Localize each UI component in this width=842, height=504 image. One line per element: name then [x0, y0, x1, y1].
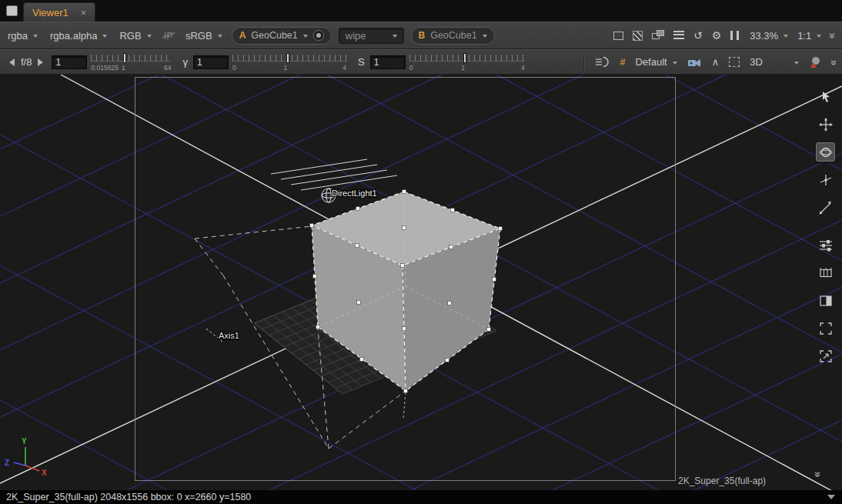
tab-viewer1[interactable]: Viewer1 × [23, 2, 95, 22]
gizmo-x-label: X [42, 469, 47, 477]
viewport-collapse-chevron[interactable]: » [816, 467, 821, 481]
chevron-down-icon [102, 35, 107, 38]
frame-selected-button[interactable] [816, 346, 835, 365]
display-channels-dropdown[interactable]: RGB [119, 30, 151, 42]
saturation-slider[interactable]: 0 1 4 [409, 51, 525, 73]
viewer-colorspace-dropdown[interactable]: sRGB [185, 30, 222, 42]
viewer-toolbar-exposure: f/8 0.015625 1 64 γ 0 1 4 S 0 1 4 [0, 49, 842, 75]
zoom-level-dropdown[interactable]: 33.3% [750, 30, 788, 42]
saturation-slider-handle[interactable] [463, 53, 466, 63]
input-b-value: GeoCube1 [430, 30, 476, 41]
frame-brackets-icon [819, 322, 833, 335]
checkerboard-icon[interactable] [633, 31, 643, 41]
input-b-label: B [419, 30, 426, 41]
chevron-down-icon [784, 35, 788, 38]
gain-slider-ticks [91, 55, 171, 62]
chevron-down-icon [794, 62, 799, 65]
lighting-mode-dropdown[interactable]: Default [635, 56, 677, 68]
status-bar: 2K_Super_35(full-ap) 2048x1556 bbox: 0 x… [0, 490, 842, 504]
gain-slider[interactable]: 0.015625 1 64 [91, 51, 171, 73]
axis-jack-icon [819, 173, 833, 187]
pause-icon[interactable] [730, 31, 739, 40]
input-a-value: GeoCube1 [251, 30, 297, 41]
axis-jack-tool-button[interactable] [816, 170, 835, 189]
light-label: DirectLight1 [332, 189, 377, 198]
viewport-tool-column [816, 87, 835, 365]
tab-bar: Viewer1 × [0, 0, 842, 22]
saturation-slider-ticks [409, 55, 525, 62]
headlamp-icon[interactable] [595, 56, 610, 68]
monitor-output-icon[interactable] [613, 32, 623, 40]
color-sample-icon[interactable] [809, 56, 822, 68]
grid-toggle-icon[interactable]: # [620, 56, 625, 68]
nuke-viewer-window: Viewer1 × rgba rgba.alpha RGB IP sRGB A … [0, 0, 842, 504]
channel-layer-dropdown[interactable]: rgba [8, 30, 38, 42]
gamma-slider-ticks [232, 55, 346, 62]
wave-display-icon[interactable]: ∧ [712, 57, 720, 67]
saturation-input[interactable] [370, 55, 406, 69]
filmstrip-icon [819, 266, 833, 280]
scale-tool-button[interactable] [816, 198, 835, 217]
alpha-channel-dropdown[interactable]: rgba.alpha [50, 30, 107, 42]
tab-title: Viewer1 [32, 7, 68, 18]
scene-canvas[interactable]: DirectLight1 Axis1 Y X Z 2K_Super_35(ful… [0, 75, 842, 490]
gain-input[interactable] [52, 55, 87, 69]
chevron-down-icon [817, 35, 821, 38]
gamma-slider[interactable]: 0 1 4 [232, 51, 346, 73]
chevron-down-icon [303, 35, 308, 38]
input-b-selector[interactable]: B GeoCube1 [411, 27, 495, 45]
gear-icon[interactable]: ⚙ [712, 30, 722, 41]
toolbar-collapse-chevron[interactable]: » [830, 59, 840, 65]
gizmo-z-label: Z [5, 459, 9, 467]
fstop-decrease-button[interactable] [9, 58, 15, 66]
refresh-icon[interactable]: ↺ [693, 30, 703, 41]
separator [583, 55, 585, 70]
wipe-mode-dropdown[interactable]: wipe [339, 28, 404, 44]
saturation-label: S [358, 56, 365, 68]
input-a-selector[interactable]: A GeoCube1 [232, 27, 332, 45]
keyframe-display-button[interactable] [816, 263, 835, 282]
pane-menu-icon[interactable] [6, 5, 18, 16]
float-window-icon[interactable] [652, 30, 664, 41]
select-tool-button[interactable] [816, 87, 835, 106]
input-process-button[interactable]: IP [164, 30, 173, 42]
direct-light[interactable]: DirectLight1 [271, 159, 397, 202]
translate-tool-button[interactable] [816, 115, 835, 134]
status-menu-arrow[interactable] [827, 495, 835, 499]
gamma-label: γ [182, 56, 188, 68]
stack-menu-icon[interactable] [673, 31, 684, 41]
gamma-input[interactable] [193, 55, 229, 69]
gizmo-y-label: Y [22, 437, 27, 446]
rotate-icon [819, 145, 833, 159]
rotate-tool-button[interactable] [816, 142, 835, 162]
light-rays [271, 159, 397, 190]
chevron-down-icon [33, 35, 38, 38]
viewer-toolbar-top: rgba rgba.alpha RGB IP sRGB A GeoCube1 w… [0, 22, 842, 49]
axis-object[interactable]: Axis1 [206, 329, 239, 342]
render-settings-button[interactable] [816, 235, 835, 255]
marquee-select-icon[interactable] [729, 57, 740, 67]
split-square-icon [819, 294, 833, 308]
chevron-down-icon [218, 35, 222, 38]
fstop-increase-button[interactable] [38, 58, 43, 66]
chevron-down-icon [393, 35, 397, 38]
sliders-icon [819, 239, 833, 252]
frame-selected-icon [819, 349, 833, 363]
cursor-icon [819, 90, 833, 104]
status-info: 2K_Super_35(full-ap) 2048x1556 bbox: 0 x… [6, 492, 251, 502]
frame-all-button[interactable] [816, 319, 835, 338]
camera-lock-icon[interactable] [687, 57, 702, 68]
pixel-aspect-dropdown[interactable]: 1:1 [797, 30, 821, 42]
axis-label: Axis1 [219, 331, 239, 340]
split-view-button[interactable] [816, 291, 835, 310]
scale-icon [819, 201, 833, 215]
input-a-label: A [239, 30, 246, 41]
format-label: 2K_Super_35(full-ap) [678, 476, 766, 486]
viewer-3d-viewport[interactable]: DirectLight1 Axis1 Y X Z 2K_Super_35(ful… [0, 75, 842, 490]
gamma-slider-handle[interactable] [286, 53, 289, 63]
ab-toggle-knob[interactable] [313, 30, 324, 41]
gain-slider-handle[interactable] [123, 53, 126, 63]
view-mode-dropdown[interactable]: 3D [750, 56, 799, 68]
toolbar-collapse-chevron[interactable]: » [828, 33, 839, 38]
close-icon[interactable]: × [81, 8, 87, 18]
